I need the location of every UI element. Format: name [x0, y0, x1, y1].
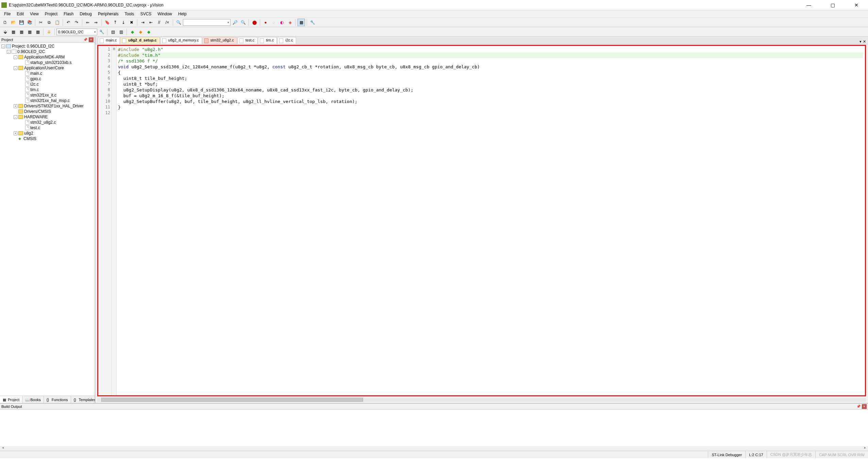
minimize-button[interactable]: —: [802, 2, 816, 8]
doc-tab[interactable]: i2c.c: [277, 37, 296, 44]
build-output-scrollbar[interactable]: ◄►: [0, 446, 868, 451]
tree-node[interactable]: tim.c: [0, 87, 95, 92]
doc-tab[interactable]: tim.c: [258, 37, 277, 44]
breakpoint-enable-icon[interactable]: ○: [270, 19, 277, 26]
doc-tab[interactable]: test.c: [238, 37, 257, 44]
tree-node[interactable]: -0.96OLED_I2C: [0, 49, 95, 54]
expand-icon[interactable]: -: [1, 45, 5, 48]
tree-node[interactable]: gpio.c: [0, 76, 95, 82]
panel-tab-books[interactable]: 📖Books: [22, 396, 44, 403]
open-file-icon[interactable]: 📂: [10, 19, 17, 26]
file-ext-icon[interactable]: ▥: [117, 28, 125, 36]
menu-file[interactable]: File: [1, 11, 13, 17]
find-combo[interactable]: [183, 19, 231, 26]
tree-node[interactable]: startup_stm32f103xb.s: [0, 60, 95, 65]
doc-tab[interactable]: u8g2_d_setup.c: [120, 37, 159, 44]
menu-debug[interactable]: Debug: [77, 11, 95, 17]
outdent-icon[interactable]: ⇤: [147, 19, 155, 26]
target-options-icon[interactable]: 🔧: [98, 28, 105, 36]
tree-node[interactable]: main.c: [0, 71, 95, 76]
debug-start-icon[interactable]: ⬤: [251, 19, 258, 26]
breakpoint-kill-icon[interactable]: ◈: [286, 19, 294, 26]
tree-node[interactable]: -Application/MDK-ARM: [0, 54, 95, 60]
tree-node[interactable]: stm32f1xx_it.c: [0, 92, 95, 98]
nav-fwd-icon[interactable]: ⇒: [92, 19, 100, 26]
pack-installer-icon[interactable]: ◆: [145, 28, 152, 36]
menu-tools[interactable]: Tools: [122, 11, 137, 17]
incremental-find-icon[interactable]: 🔍: [239, 19, 247, 26]
build-icon[interactable]: ▦: [10, 28, 17, 36]
menu-project[interactable]: Project: [42, 11, 60, 17]
panel-tab-templates[interactable]: {}Templates: [71, 396, 99, 403]
panel-close-icon[interactable]: ✕: [862, 404, 867, 409]
expand-icon[interactable]: +: [14, 132, 17, 135]
new-file-icon[interactable]: 🗋: [1, 19, 9, 26]
maximize-button[interactable]: ▢: [826, 2, 839, 8]
project-tree[interactable]: -Project: 0.96OLED_I2C-0.96OLED_I2C-Appl…: [0, 43, 95, 396]
translate-icon[interactable]: ⬙: [1, 28, 9, 36]
tree-node[interactable]: test.c: [0, 125, 95, 131]
panel-tab-functions[interactable]: {}Functions: [44, 396, 71, 403]
pin-icon[interactable]: 📌: [856, 404, 861, 408]
menu-svcs[interactable]: SVCS: [138, 11, 154, 17]
redo-icon[interactable]: ↷: [73, 19, 80, 26]
tree-node[interactable]: stm32_u8g2.c: [0, 120, 95, 125]
uncomment-icon[interactable]: /×: [164, 19, 171, 26]
manage-rte-icon[interactable]: ◆: [129, 28, 136, 36]
breakpoint-disable-icon[interactable]: ◐: [278, 19, 286, 26]
panel-tab-project[interactable]: ▦Project: [0, 396, 22, 403]
bookmark-icon[interactable]: 🔖: [103, 19, 111, 26]
tree-node[interactable]: +Drivers/STM32F1xx_HAL_Driver: [0, 103, 95, 109]
menu-window[interactable]: Window: [155, 11, 175, 17]
batch-build-icon[interactable]: ▦: [26, 28, 33, 36]
tree-node[interactable]: stm32f1xx_hal_msp.c: [0, 98, 95, 103]
save-icon[interactable]: 💾: [18, 19, 25, 26]
cut-icon[interactable]: ✂: [37, 19, 45, 26]
copy-icon[interactable]: ⧉: [45, 19, 53, 26]
build-output-body[interactable]: [0, 410, 868, 446]
tree-node[interactable]: -Application/User/Core: [0, 65, 95, 71]
fold-gutter[interactable]: ⊟: [112, 46, 117, 395]
menu-edit[interactable]: Edit: [14, 11, 27, 17]
doc-tab[interactable]: u8g2_d_memory.c: [160, 37, 202, 44]
comment-icon[interactable]: //: [155, 19, 163, 26]
tree-node[interactable]: -Project: 0.96OLED_I2C: [0, 44, 95, 49]
tree-node[interactable]: i2c.c: [0, 82, 95, 87]
expand-icon[interactable]: -: [7, 50, 11, 54]
doc-tab[interactable]: main.c: [98, 37, 120, 44]
expand-icon[interactable]: -: [14, 55, 17, 59]
save-all-icon[interactable]: 📚: [26, 19, 33, 26]
panel-close-icon[interactable]: ✕: [89, 37, 93, 42]
editor-h-scrollbar[interactable]: [97, 398, 866, 402]
rebuild-icon[interactable]: ▦: [18, 28, 25, 36]
tabs-close-icon[interactable]: ✕: [863, 39, 866, 44]
download-icon[interactable]: ⇊: [45, 28, 53, 36]
tree-node[interactable]: ◆CMSIS: [0, 136, 95, 141]
tree-node[interactable]: Drivers/CMSIS: [0, 109, 95, 114]
indent-icon[interactable]: ⇥: [139, 19, 147, 26]
manage-items-icon[interactable]: ▤: [109, 28, 117, 36]
expand-icon[interactable]: -: [14, 66, 17, 70]
undo-icon[interactable]: ↶: [65, 19, 72, 26]
window-layout-icon[interactable]: ▦: [297, 19, 305, 26]
find-in-files-icon[interactable]: 🔎: [231, 19, 239, 26]
find-scope-icon[interactable]: 🔍: [175, 19, 182, 26]
stop-build-icon[interactable]: ▦: [34, 28, 41, 36]
target-combo[interactable]: 0.96OLED_I2C: [56, 29, 97, 35]
bookmark-prev-icon[interactable]: ⤒: [112, 19, 119, 26]
code-editor[interactable]: #include "u8g2.h"#include "tim.h"/* ssd1…: [117, 46, 865, 395]
configure-icon[interactable]: 🔧: [309, 19, 316, 26]
bookmark-clear-icon[interactable]: ✖: [128, 19, 135, 26]
menu-flash[interactable]: Flash: [61, 11, 76, 17]
doc-tab[interactable]: stm32_u8g2.c: [203, 37, 237, 44]
expand-icon[interactable]: -: [14, 115, 17, 119]
pin-icon[interactable]: 📌: [83, 38, 87, 41]
menu-peripherals[interactable]: Peripherals: [95, 11, 121, 17]
menu-view[interactable]: View: [27, 11, 41, 17]
tree-node[interactable]: +u8g2: [0, 131, 95, 136]
menu-help[interactable]: Help: [175, 11, 189, 17]
select-packs-icon[interactable]: ◆: [137, 28, 144, 36]
nav-back-icon[interactable]: ⇐: [84, 19, 91, 26]
expand-icon[interactable]: +: [14, 104, 17, 108]
tree-node[interactable]: -HARDWARE: [0, 114, 95, 120]
